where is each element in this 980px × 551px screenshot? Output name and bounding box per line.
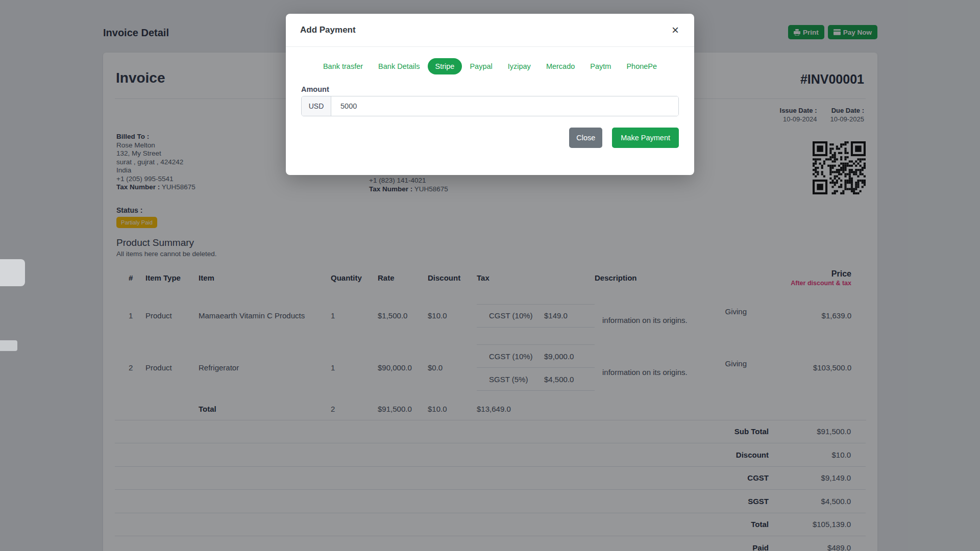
tab-iyzipay[interactable]: Iyzipay bbox=[500, 58, 538, 74]
amount-label: Amount bbox=[301, 85, 329, 93]
close-button[interactable]: Close bbox=[569, 128, 602, 148]
modal-buttons: Close Make Payment bbox=[569, 128, 679, 148]
amount-input-group: USD bbox=[301, 96, 679, 116]
payment-method-tabs: Bank trasfer Bank Details Stripe Paypal … bbox=[286, 58, 694, 74]
tab-bank-details[interactable]: Bank Details bbox=[371, 58, 427, 74]
tab-paypal[interactable]: Paypal bbox=[462, 58, 500, 74]
tab-paytm[interactable]: Paytm bbox=[582, 58, 619, 74]
modal-title: Add Payment bbox=[300, 25, 356, 35]
currency-addon: USD bbox=[302, 96, 331, 116]
make-payment-button[interactable]: Make Payment bbox=[612, 128, 679, 148]
tab-bank-transfer[interactable]: Bank trasfer bbox=[315, 58, 371, 74]
screen: Invoice Detail Print Pay Now Invoice #IN… bbox=[0, 0, 980, 551]
add-payment-modal: Add Payment × Bank trasfer Bank Details … bbox=[286, 14, 694, 175]
left-edge-artifact bbox=[0, 340, 17, 351]
left-edge-artifact bbox=[0, 259, 25, 286]
close-icon[interactable]: × bbox=[671, 24, 680, 36]
amount-input[interactable] bbox=[331, 96, 678, 116]
tab-phonepe[interactable]: PhonePe bbox=[619, 58, 665, 74]
modal-header: Add Payment × bbox=[286, 14, 694, 47]
tab-stripe[interactable]: Stripe bbox=[428, 58, 462, 74]
tab-mercado[interactable]: Mercado bbox=[538, 58, 582, 74]
